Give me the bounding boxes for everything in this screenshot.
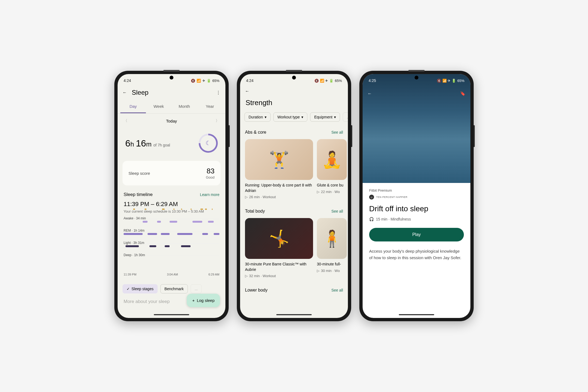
hero-image: 4:25 🔇 📶 ✈ 🔋65% ← 🔖 [363,74,470,183]
score-rating: Good [206,175,215,179]
page-title: Sleep [132,89,211,96]
tab-month[interactable]: Month [171,100,197,113]
nav-handle[interactable] [399,314,434,315]
filter-more[interactable]: ... [343,112,348,122]
score-value: 83 [206,167,215,175]
period-tabs: Day Week Month Year [118,100,225,114]
clock: 4:25 [369,78,376,83]
chip-benchmark[interactable]: Benchmark [160,284,188,293]
see-all-link[interactable]: See all [331,288,343,292]
mute-icon: 🔇 [191,79,195,83]
workout-card[interactable]: 🏋️ Running: Upper-body & core part 8 wit… [245,139,313,199]
play-circle-icon: ▷ [317,190,320,194]
nav-handle[interactable] [276,314,312,315]
filter-duration[interactable]: Duration ▾ [244,112,271,122]
stage-awake-label: Awake · 34 min [124,216,147,220]
workout-thumbnail: 🧘 [317,139,347,180]
plus-icon: + [192,298,195,303]
sleep-stage-chart[interactable]: Awake · 34 min REM · 1h 14m Light · 3h 3… [124,219,219,268]
sleep-summary: 6h 16m of 7h goal ☾ [118,128,225,161]
back-icon[interactable]: ← [367,91,372,96]
play-circle-icon: ▷ [245,195,248,199]
airplane-icon: ✈ [202,79,205,83]
status-icons: 🔇 📶 ✈ 🔋 65% [191,79,219,83]
page-title: Strength [246,99,272,107]
session-meta: 🎧 15 min · Mindfulness [369,217,464,221]
partner-icon: ☺ [369,195,374,200]
date-label: Today [166,119,177,123]
stage-light-label: Light · 3h 31m [124,241,145,245]
nav-handle[interactable] [154,314,189,315]
chart-xaxis: 11:39 PM 3:04 AM 6:29 AM [124,271,219,276]
workout-title: Glute & core bu [317,183,347,188]
section-title: Total body [245,209,265,214]
see-all-link[interactable]: See all [331,130,343,134]
chevron-down-icon: ▾ [265,115,267,119]
clock: 4:24 [124,78,131,83]
workout-title: 30-minute Pure Barre Classic™ with Aubri… [245,262,313,272]
moon-icon: ☾ [206,140,211,147]
chip-stages[interactable]: ✓Sleep stages [122,284,158,293]
sleep-duration: 6h 16m of 7h goal [125,138,170,149]
workout-title: Running: Upper-body & core part 8 with A… [245,183,313,193]
section-abs-core: Abs & coreSee all 🏋️ Running: Upper-body… [240,125,348,204]
session-title: Drift off into sleep [369,204,464,213]
workout-card[interactable]: 🤸 30-minute Pure Barre Classic™ with Aub… [245,218,313,278]
tab-day[interactable]: Day [120,100,146,113]
more-icon[interactable]: ⋮ [216,90,220,95]
chip-more[interactable]: ... [191,284,202,293]
stage-deep-label: Deep · 1h 30m [124,253,146,257]
appbar: ← [240,85,348,97]
section-title: Abs & core [245,130,266,135]
filter-chips: Duration ▾ Workout type ▾ Equipment ▾ ..… [240,109,348,125]
next-day-icon[interactable]: 〉 [216,118,219,123]
brand-label: Fitbit Premium [369,188,464,192]
wifi-icon: 📶 [197,79,201,83]
see-all-link[interactable]: See all [331,209,343,213]
workout-thumbnail: 🧍 [317,218,347,259]
session-description: Access your body's deep physiological kn… [369,248,464,261]
time-range: 11:39 PM – 6:29 AM [124,201,219,208]
timeline-section: Sleep timeline Learn more 11:39 PM – 6:2… [118,192,225,284]
back-icon[interactable]: ← [122,90,127,95]
play-button[interactable]: Play [369,228,464,241]
filter-workout-type[interactable]: Workout type ▾ [273,112,307,122]
chevron-down-icon: ▾ [334,115,336,119]
play-circle-icon: ▷ [245,274,248,278]
bookmark-icon[interactable]: 🔖 [460,91,465,96]
battery-icon: 🔋 [207,79,211,83]
learn-more-link[interactable]: Learn more [200,192,219,197]
tab-week[interactable]: Week [146,100,171,113]
date-nav: 〈 Today 〉 [118,114,225,128]
clock: 4:24 [246,78,253,83]
workout-card[interactable]: 🧘 Glute & core bu ▷22 min · Wo [317,139,347,199]
workout-thumbnail: 🤸 [245,218,313,259]
chevron-down-icon: ▾ [301,115,303,119]
status-icons: 🔇 📶 ✈ 🔋65% [437,79,464,83]
section-total-body: Total bodySee all 🤸 30-minute Pure Barre… [240,204,348,283]
workout-title: 30-minute full- [317,262,347,267]
timeline-title: Sleep timeline [124,192,153,197]
section-lower-body: Lower bodySee all [240,283,348,302]
partner-logo: ☺ TEN PERCENT HAPPIER [369,195,464,200]
partner-name: TEN PERCENT HAPPIER [376,196,408,198]
stage-rem-label: REM · 1h 14m [124,229,146,232]
headphones-icon: 🎧 [369,217,374,221]
appbar: ← Sleep ⋮ [118,85,225,100]
status-icons: 🔇 📶 ✈ 🔋65% [314,79,342,83]
section-title: Lower body [245,288,268,293]
filter-equipment[interactable]: Equipment ▾ [310,112,340,122]
schedule-text: Your current sleep schedule is 10:30 PM … [124,209,219,213]
log-sleep-fab[interactable]: + Log sleep [187,294,220,307]
workout-meta: ▷26 min · Workout [245,195,313,199]
workout-meta: ▷30 min · Wo [317,269,347,273]
appbar: ← 🔖 [363,87,470,100]
workout-meta: ▷22 min · Wo [317,190,347,194]
tab-year[interactable]: Year [197,100,223,113]
workout-card[interactable]: 🧍 30-minute full- ▷30 min · Wo [317,218,347,278]
back-icon[interactable]: ← [245,89,249,94]
prev-day-icon[interactable]: 〈 [124,118,127,123]
sleep-score-card[interactable]: Sleep score 83 Good [122,161,220,185]
goal-ring: ☾ [195,130,222,157]
play-circle-icon: ▷ [317,269,320,273]
